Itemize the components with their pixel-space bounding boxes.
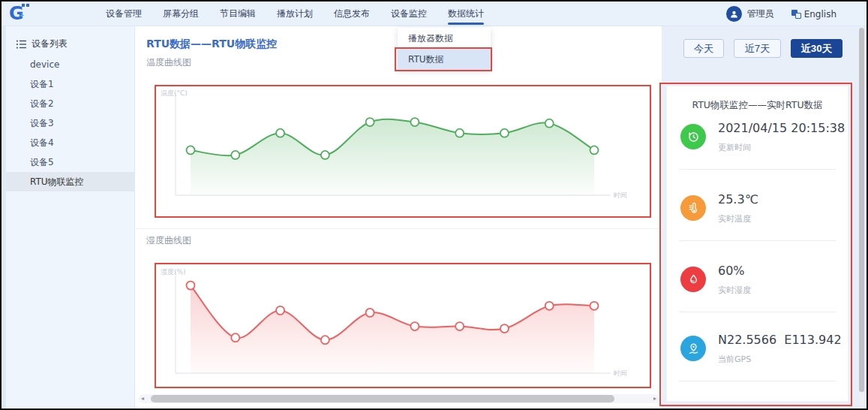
gps-value: N22.5566 E113.942 [718,333,842,347]
update-time-label: 更新时间 [718,142,751,153]
page-title: RTU数据——RTU物联监控 [146,38,277,51]
menu-item-device-monitor[interactable]: 设备监控 [380,2,437,26]
dropdown-item-player-data[interactable]: 播放器数据 [398,28,491,49]
gps-label: 当前GPS [718,354,751,365]
temperature-chart: 温度(°C)时间 [159,87,647,219]
range-today-button[interactable]: 今天 [683,39,725,58]
app-window: G + 设备管理 屏幕分组 节目编辑 播放计划 信息发布 设备监控 数据统计 管… [0,0,868,410]
sidebar-item-rtu-monitor[interactable]: RTU物联监控 [2,172,134,191]
sidebar-item-device[interactable]: device [2,55,134,74]
humidity-row: 60% 实时湿度 [679,261,836,309]
menu-item-screen-group[interactable]: 屏幕分组 [152,2,209,26]
sidebar-item-device1[interactable]: 设备1 [2,74,134,94]
language-switcher[interactable]: English [791,9,836,20]
svg-text:时间: 时间 [614,369,627,377]
sidebar-item-device4[interactable]: 设备4 [2,133,134,152]
temperature-row: 25.3℃ 实时温度 [679,189,836,237]
user-name-label[interactable]: 管理员 [747,8,774,20]
user-area: 管理员 English [726,2,836,26]
sidebar-item-device3[interactable]: 设备3 [2,113,134,133]
menu-item-info-publish[interactable]: 信息发布 [323,2,380,26]
svg-text:温度(°C): 温度(°C) [161,89,188,97]
logo-dot [22,4,25,7]
temperature-icon [680,195,706,221]
update-time-row: 2021/04/15 20:15:38 更新时间 [679,118,836,166]
humidity-chart-label: 湿度曲线图 [146,234,191,247]
app-logo[interactable]: G + [9,2,39,25]
temperature-label: 实时温度 [718,213,751,225]
range-7days-button[interactable]: 近7天 [734,39,780,58]
divider [679,312,836,312]
temperature-chart-label: 温度曲线图 [146,56,191,69]
range-30days-button[interactable]: 近30天 [791,39,842,58]
translate-icon [791,10,801,19]
date-range-buttons: 今天 近7天 近30天 [683,39,842,58]
right-region: 今天 近7天 近30天 RTU物联监控——实时RTU数据 2021/04/15 … [662,26,866,408]
realtime-rtu-panel: RTU物联监控——实时RTU数据 2021/04/15 20:15:38 更新时… [666,86,848,402]
language-label: English [804,9,836,20]
divider [679,381,836,381]
update-time-icon [680,124,706,149]
humidity-line-chart: 湿度(%)时间 [159,266,647,388]
sidebar-title: 设备列表 [32,38,68,50]
divider [679,240,836,241]
logo-dot [26,4,29,7]
temperature-line-chart: 温度(°C)时间 [159,87,647,216]
vertical-scrollbar-thumb[interactable] [859,28,864,392]
section-divider [136,228,662,229]
dropdown-item-rtu-data[interactable]: RTU数据 [398,49,491,70]
svg-text:时间: 时间 [614,191,627,199]
sidebar-header: 设备列表 [2,26,134,55]
logo-plus: + [19,11,25,19]
scroll-right-icon[interactable]: ▸ [653,394,656,403]
menu-item-play-plan[interactable]: 播放计划 [266,2,323,26]
humidity-chart: 湿度(%)时间 [159,266,647,390]
gps-row: N22.5566 E113.942 当前GPS [679,330,836,378]
main-menu: 设备管理 屏幕分组 节目编辑 播放计划 信息发布 设备监控 数据统计 [95,2,494,26]
gps-icon [680,336,706,361]
menu-item-program-edit[interactable]: 节目编辑 [209,2,266,26]
horizontal-scrollbar[interactable]: ◂ ▸ [139,394,659,403]
user-avatar-icon[interactable] [726,6,742,22]
main-content: RTU数据——RTU物联监控 温度曲线图 湿度曲线图 温度(°C)时间 湿度(%… [136,26,662,408]
humidity-value: 60% [718,264,745,278]
sidebar-item-device2[interactable]: 设备2 [2,94,134,113]
temperature-value: 25.3℃ [718,192,758,207]
humidity-icon [680,267,706,292]
menu-item-data-statistics[interactable]: 数据统计 [437,2,494,26]
svg-text:湿度(%): 湿度(%) [161,268,186,276]
humidity-label: 实时湿度 [718,285,751,296]
panel-title: RTU物联监控——实时RTU数据 [667,86,848,112]
menu-item-device-manage[interactable]: 设备管理 [95,2,152,26]
scroll-left-icon[interactable]: ◂ [141,394,144,403]
horizontal-scrollbar-thumb[interactable] [151,395,614,402]
update-time-value: 2021/04/15 20:15:38 [718,121,845,135]
vertical-scrollbar[interactable] [859,28,864,406]
sidebar-item-device5[interactable]: 设备5 [2,152,134,172]
top-navbar: G + 设备管理 屏幕分组 节目编辑 播放计划 信息发布 设备监控 数据统计 管… [2,2,866,26]
list-icon [17,40,26,49]
data-statistics-dropdown: 播放器数据 RTU数据 [398,28,491,70]
divider [679,169,836,170]
device-sidebar: 设备列表 device 设备1 设备2 设备3 设备4 设备5 RTU物联监控 [2,26,135,408]
